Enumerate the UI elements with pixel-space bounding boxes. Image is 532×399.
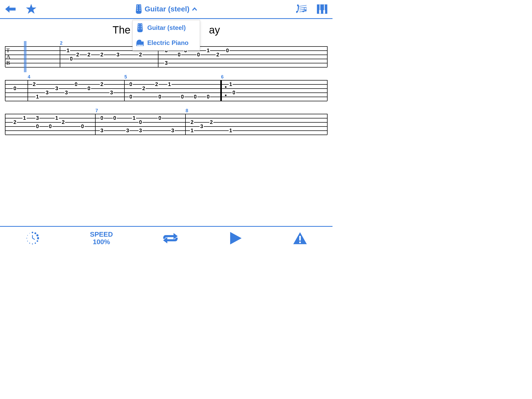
- fret-number: 3: [171, 128, 175, 134]
- barline: [5, 114, 5, 135]
- barline: [60, 46, 60, 67]
- fret-number: 0: [225, 48, 229, 54]
- favorite-star-icon[interactable]: [26, 4, 36, 14]
- fret-number: 1: [229, 81, 232, 87]
- fret-number: 2: [190, 119, 194, 125]
- svg-point-1: [139, 5, 141, 6]
- barline: [185, 114, 186, 135]
- instrument-dropdown: Guitar (steel) Electric Piano: [132, 20, 200, 51]
- barline: [327, 46, 328, 67]
- fret-number: 1: [132, 115, 136, 121]
- fret-number: 0: [138, 119, 142, 125]
- instrument-selector[interactable]: Guitar (steel) Guitar (steel): [36, 4, 296, 14]
- fret-number: 0: [193, 94, 197, 100]
- guitar-head-icon: [136, 23, 144, 32]
- playback-cursor[interactable]: [24, 41, 26, 72]
- svg-rect-31: [320, 4, 322, 10]
- fret-number: 2: [32, 81, 36, 87]
- svg-point-34: [32, 232, 33, 233]
- fret-number: 2: [61, 119, 65, 125]
- fret-number: 0: [113, 115, 117, 121]
- fret-number: 3: [100, 128, 104, 134]
- fret-number: 3: [164, 60, 168, 66]
- fret-number: 3: [116, 52, 120, 58]
- fret-number: 0: [129, 81, 133, 87]
- svg-point-11: [141, 28, 142, 29]
- svg-point-22: [302, 11, 304, 12]
- svg-rect-30: [318, 4, 320, 10]
- svg-rect-14: [139, 45, 139, 45]
- fret-number: 2: [100, 81, 104, 87]
- fret-number: 3: [200, 123, 204, 129]
- tab-staff: 782130012003031030321321: [5, 114, 327, 135]
- fret-number: 0: [87, 85, 91, 91]
- fret-number: 3: [126, 128, 130, 134]
- fret-number: 2: [100, 52, 104, 58]
- fret-number: 2: [142, 85, 146, 91]
- alert-icon[interactable]: [293, 231, 307, 245]
- fret-number: 0: [48, 123, 52, 129]
- back-arrow-icon[interactable]: [5, 4, 16, 14]
- fret-number: 2: [138, 52, 142, 58]
- fret-number: 0: [180, 94, 184, 100]
- svg-point-7: [141, 24, 142, 25]
- svg-point-41: [29, 243, 30, 244]
- piano-keys-icon[interactable]: [317, 4, 327, 14]
- repeat-barline: [220, 80, 222, 101]
- svg-point-40: [32, 243, 33, 244]
- svg-point-36: [36, 234, 38, 236]
- svg-point-10: [138, 28, 139, 29]
- countdown-timer-icon[interactable]: [25, 231, 40, 245]
- measure-number: 6: [221, 74, 224, 80]
- fret-number: 0: [69, 56, 73, 62]
- top-bar: Guitar (steel) Guitar (steel): [0, 0, 332, 18]
- fret-number: 0: [100, 115, 104, 121]
- speed-button[interactable]: SPEED 100%: [90, 231, 113, 245]
- loop-icon[interactable]: [163, 231, 178, 245]
- svg-point-9: [141, 26, 142, 27]
- measure-number: 8: [185, 108, 188, 114]
- tab-staff: 456021333002300220100010: [5, 80, 327, 101]
- svg-point-5: [139, 10, 141, 11]
- svg-point-8: [138, 26, 139, 27]
- repeat-dot: [225, 95, 227, 96]
- fret-number: 0: [158, 115, 162, 121]
- svg-rect-13: [138, 45, 138, 45]
- fret-number: 2: [87, 52, 91, 58]
- dropdown-option-piano[interactable]: Electric Piano: [133, 35, 200, 50]
- dropdown-option-guitar[interactable]: Guitar (steel): [133, 20, 200, 35]
- fret-number: 0: [177, 52, 181, 58]
- fret-number: 1: [168, 81, 171, 87]
- barline: [327, 114, 328, 135]
- barline: [5, 46, 5, 67]
- barline: [28, 80, 28, 101]
- fret-number: 3: [64, 90, 68, 96]
- fret-number: 2: [209, 119, 213, 125]
- svg-rect-33: [325, 4, 326, 10]
- fret-number: 0: [35, 123, 39, 129]
- chevron-up-icon: [192, 7, 197, 11]
- fret-number: 2: [13, 119, 17, 125]
- fret-number: 0: [232, 90, 236, 96]
- measure-number: 4: [28, 74, 30, 80]
- play-icon[interactable]: [228, 231, 243, 245]
- music-score-icon[interactable]: [296, 4, 307, 14]
- barline: [327, 80, 328, 101]
- measure-number: 5: [124, 74, 127, 80]
- svg-point-23: [305, 10, 307, 11]
- fret-number: 0: [74, 81, 78, 87]
- barline: [5, 80, 5, 101]
- fret-number: 0: [129, 94, 133, 100]
- barline: [95, 114, 96, 135]
- svg-point-2: [137, 8, 138, 9]
- fret-number: 0: [196, 52, 200, 58]
- fret-number: 2: [155, 81, 158, 87]
- fret-number: 2: [216, 52, 220, 58]
- fret-number: 0: [158, 94, 162, 100]
- measure-number: 2: [60, 41, 63, 46]
- top-right-group: [296, 4, 327, 14]
- fret-number: 0: [13, 85, 17, 91]
- fret-number: 3: [35, 115, 39, 121]
- fret-number: 1: [55, 115, 59, 121]
- repeat-dot: [225, 86, 227, 88]
